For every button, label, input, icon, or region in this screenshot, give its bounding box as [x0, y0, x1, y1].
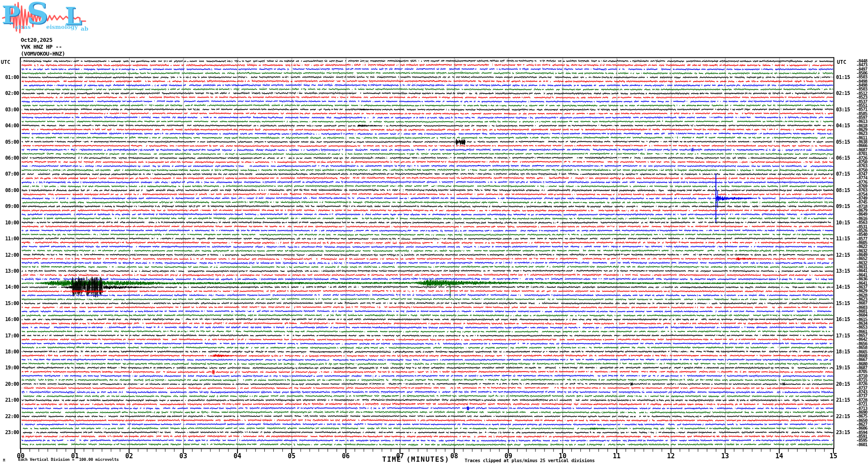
minute-tick-label: 14 [772, 452, 787, 460]
trace-offset-value: -8774 [848, 176, 867, 180]
trace-offset-value: -8606 [848, 426, 867, 430]
hour-label-left: 12:00 [0, 252, 19, 258]
hour-label-left: 13:00 [0, 268, 19, 274]
hour-label-left: 07:00 [0, 171, 19, 177]
footer-mark: M [3, 459, 5, 463]
hour-label-left: 09:00 [0, 203, 19, 209]
hour-label-left: 08:00 [0, 187, 19, 193]
trace-offset-value: -8613 [848, 120, 867, 123]
hour-label-left: 18:00 [0, 349, 19, 355]
logo-word-ab: ab [81, 25, 89, 32]
hour-label-left: 17:00 [0, 333, 19, 339]
trace-offset-value: -8607 [848, 301, 867, 305]
minute-tick-label: 05 [284, 452, 299, 460]
minute-tick-label: 13 [718, 452, 732, 460]
utc-label-right: UTC [837, 59, 846, 65]
minute-tick-label: 15 [826, 452, 841, 460]
hour-label-left: 14:00 [0, 284, 19, 290]
trace-offset-value: -8721 [848, 402, 867, 406]
header-date: Oct20,2025 [21, 37, 52, 43]
trace-offset-value: -8658 [848, 346, 867, 350]
trace-offset-value: -8636 [848, 277, 867, 281]
header-station-name: (VOMVOKOU-HNZ) [21, 50, 65, 57]
hour-label-left: 15:00 [0, 300, 19, 306]
hour-label-left: 19:00 [0, 365, 19, 371]
hour-label-left: 22:00 [0, 413, 19, 419]
trace-offset-value: -8595 [848, 438, 867, 442]
hour-label-left: 16:00 [0, 316, 19, 322]
trace-offset-value: -8601 [848, 443, 867, 447]
logo-letter-s: S [27, 0, 48, 28]
trace-offset-value: -8705 [848, 370, 867, 374]
clip-note: Traces clipped at plus/minus 25 vertical… [465, 458, 595, 463]
hour-label-left: 23:00 [0, 429, 19, 435]
seismogram-plot [0, 0, 868, 466]
helicorder-page: P atras S eismology L ab Oct20,2025 YVK … [0, 0, 868, 466]
logo-letter-p: P [2, 3, 20, 27]
minute-tick-label: 11 [609, 452, 624, 460]
hour-label-left: 02:00 [0, 90, 19, 96]
hour-label-left: 10:00 [0, 220, 19, 226]
trace-offset-value: -8763 [848, 164, 867, 168]
hour-label-left: 04:00 [0, 123, 19, 129]
trace-offset-value: -8763 [848, 188, 867, 192]
trace-offset-value: -8563 [848, 220, 867, 224]
hour-label-left: 06:00 [0, 155, 19, 161]
trace-offset-value: -8473 [848, 63, 867, 67]
minute-tick-label: 03 [176, 452, 190, 460]
trace-offset-value: -8629 [848, 289, 867, 293]
x-axis-title: TIME (MINUTES) [382, 455, 450, 463]
hour-label-left: 01:00 [0, 74, 19, 80]
trace-offset-value: -8540 [848, 233, 867, 236]
psl-logo: P atras S eismology L ab [1, 1, 92, 35]
logo-letter-l: L [65, 4, 82, 28]
trace-offset-value: -8667 [848, 358, 867, 362]
utc-label-left: UTC [1, 59, 10, 65]
hour-label-left: 05:00 [0, 139, 19, 145]
trace-offset-value: -8701 [848, 152, 867, 156]
minute-tick-label: 02 [122, 452, 136, 460]
hour-label-left: 20:00 [0, 381, 19, 387]
header-station-code: YVK HNZ HP -- [21, 44, 62, 50]
vertical-scale-note: Each Vertical Division = 100.00 microvol… [18, 457, 119, 462]
trace-offset-value: -8675 [848, 414, 867, 418]
trace-offset-value: -8571 [848, 107, 867, 111]
minute-tick-label: 12 [664, 452, 678, 460]
trace-offset-value: -8604 [848, 313, 867, 317]
minute-tick-label: 06 [339, 452, 353, 460]
minute-tick-label: 04 [230, 452, 245, 460]
hour-label-left: 21:00 [0, 397, 19, 403]
hour-label-left: 03:00 [0, 107, 19, 113]
hour-label-left: 11:00 [0, 236, 19, 242]
trace-offset-value: -8523 [848, 95, 867, 99]
trace-offset-value: -8622 [848, 245, 867, 249]
